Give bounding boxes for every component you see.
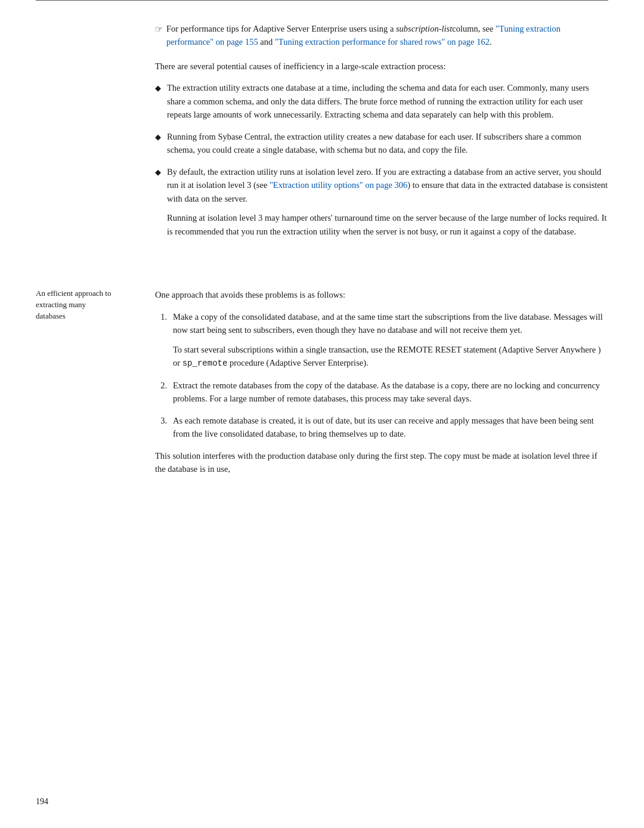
approach-intro: One approach that avoids these problems … xyxy=(155,288,608,301)
numbered-content-2: Extract the remote databases from the co… xyxy=(173,379,608,406)
numbered-sub-1: To start several subscriptions within a … xyxy=(173,343,608,370)
page: ☞ For performance tips for Adaptive Serv… xyxy=(0,0,644,828)
closing-paragraph: This solution interferes with the produc… xyxy=(155,449,608,476)
approach-section: An efficient approach to extracting many… xyxy=(0,288,644,484)
left-margin xyxy=(36,22,155,246)
bullet-item-3: ◆ By default, the extraction utility run… xyxy=(155,165,608,238)
numbered-main-1: Make a copy of the consolidated database… xyxy=(173,312,603,335)
numbered-main-3: As each remote database is created, it i… xyxy=(173,416,594,438)
bullet-text-2: Running from Sybase Central, the extract… xyxy=(167,132,581,155)
tip-text-after: . xyxy=(490,37,492,47)
numbered-label-1: 1. xyxy=(155,310,167,323)
numbered-list: 1. Make a copy of the consolidated datab… xyxy=(155,310,608,441)
bullet-content-2: Running from Sybase Central, the extract… xyxy=(167,130,608,157)
intro-paragraph: There are several potential causes of in… xyxy=(155,60,608,73)
page-number: 194 xyxy=(36,797,48,807)
content-area: ☞ For performance tips for Adaptive Serv… xyxy=(0,1,644,282)
numbered-content-1: Make a copy of the consolidated database… xyxy=(173,310,608,370)
bullet-item-2: ◆ Running from Sybase Central, the extra… xyxy=(155,130,608,157)
tip-icon: ☞ xyxy=(155,23,163,36)
numbered-label-3: 3. xyxy=(155,414,167,427)
bullet-list: ◆ The extraction utility extracts one da… xyxy=(155,81,608,238)
margin-label: An efficient approach to extracting many… xyxy=(36,288,141,322)
bullet-diamond-1: ◆ xyxy=(155,82,161,94)
numbered-item-2: 2. Extract the remote databases from the… xyxy=(155,379,608,406)
tip-italic: subscription-list xyxy=(396,24,452,33)
approach-content: One approach that avoids these problems … xyxy=(155,288,608,484)
numbered-main-2: Extract the remote databases from the co… xyxy=(173,381,600,403)
numbered-label-2: 2. xyxy=(155,379,167,392)
margin-line3: databases xyxy=(36,311,66,320)
numbered-code-1: sp_remote xyxy=(182,359,228,368)
bullet-content-1: The extraction utility extracts one data… xyxy=(167,81,608,121)
bullet-sub-3: Running at isolation level 3 may hamper … xyxy=(167,211,608,238)
tip-text-before: For performance tips for Adaptive Server… xyxy=(166,24,396,33)
approach-margin-label: An efficient approach to extracting many… xyxy=(36,288,155,484)
bullet-item-1: ◆ The extraction utility extracts one da… xyxy=(155,81,608,121)
numbered-content-3: As each remote database is created, it i… xyxy=(173,414,608,441)
main-content: ☞ For performance tips for Adaptive Serv… xyxy=(155,22,608,246)
bullet-link-3[interactable]: "Extraction utility options" on page 306 xyxy=(270,180,407,190)
margin-line1: An efficient approach to xyxy=(36,289,111,298)
numbered-item-3: 3. As each remote database is created, i… xyxy=(155,414,608,441)
bullet-text-1: The extraction utility extracts one data… xyxy=(167,83,589,119)
margin-line2: extracting many xyxy=(36,300,86,309)
bullet-diamond-3: ◆ xyxy=(155,166,161,178)
bullet-content-3: By default, the extraction utility runs … xyxy=(167,165,608,238)
numbered-sub-after-1: procedure (Adaptive Server Enterprise). xyxy=(227,358,368,367)
tip-link2[interactable]: "Tuning extraction performance for share… xyxy=(275,37,490,47)
tip-text-middle: column, see xyxy=(452,24,496,33)
tip-text-between: and xyxy=(258,37,275,47)
bullet-diamond-2: ◆ xyxy=(155,131,161,143)
tip-block: ☞ For performance tips for Adaptive Serv… xyxy=(155,22,608,49)
numbered-item-1: 1. Make a copy of the consolidated datab… xyxy=(155,310,608,370)
tip-text: For performance tips for Adaptive Server… xyxy=(166,22,608,49)
